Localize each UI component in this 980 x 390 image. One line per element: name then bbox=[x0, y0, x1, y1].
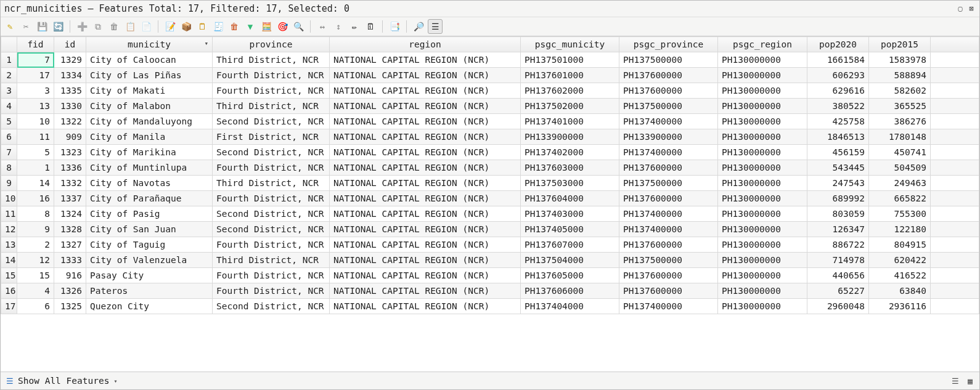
cell-pop2020[interactable]: 380522 bbox=[807, 99, 869, 114]
table-row[interactable]: 2171334City of Las PiñasFourth District,… bbox=[1, 68, 979, 83]
row-number-cell[interactable]: 5 bbox=[1, 114, 17, 129]
cell-fid[interactable]: 16 bbox=[17, 191, 54, 206]
cell-province[interactable]: Second District, NCR bbox=[213, 206, 330, 222]
cell-municity[interactable]: City of Valenzuela bbox=[86, 253, 213, 268]
row-number-cell[interactable]: 1 bbox=[1, 52, 17, 68]
column-header-id[interactable]: id bbox=[54, 37, 86, 52]
cell-psgc-province[interactable]: PH137400000 bbox=[619, 114, 718, 129]
cell-region[interactable]: NATIONAL CAPITAL REGION (NCR) bbox=[330, 206, 521, 222]
cell-province[interactable]: Fourth District, NCR bbox=[213, 160, 330, 176]
cell-psgc-province[interactable]: PH137600000 bbox=[619, 191, 718, 206]
cell-psgc-province[interactable]: PH137600000 bbox=[619, 83, 718, 99]
cell-psgc-municity[interactable]: PH137504000 bbox=[521, 253, 619, 268]
cell-pop2020[interactable]: 1661584 bbox=[807, 52, 869, 68]
cell-fid[interactable]: 4 bbox=[17, 283, 54, 299]
copy-features-icon[interactable]: 📋 bbox=[123, 20, 137, 33]
cell-psgc-province[interactable]: PH137600000 bbox=[619, 68, 718, 83]
row-number-cell[interactable]: 16 bbox=[1, 283, 17, 299]
cell-municity[interactable]: Pateros bbox=[86, 283, 213, 299]
cell-pop2015[interactable]: 386276 bbox=[869, 114, 931, 129]
cell-psgc-municity[interactable]: PH137604000 bbox=[521, 191, 619, 206]
cell-fid[interactable]: 12 bbox=[17, 253, 54, 268]
row-number-cell[interactable]: 15 bbox=[1, 268, 17, 283]
table-row[interactable]: 1761325Quezon CitySecond District, NCRNA… bbox=[1, 299, 979, 314]
row-number-cell[interactable]: 9 bbox=[1, 176, 17, 191]
cell-province[interactable]: Third District, NCR bbox=[213, 99, 330, 114]
actions-icon[interactable]: 🔎 bbox=[412, 20, 425, 33]
row-number-cell[interactable]: 7 bbox=[1, 145, 17, 160]
cell-psgc-province[interactable]: PH137500000 bbox=[619, 52, 718, 68]
cell-psgc-municity[interactable]: PH137602000 bbox=[521, 83, 619, 99]
cell-id[interactable]: 1322 bbox=[54, 114, 86, 129]
cell-region[interactable]: NATIONAL CAPITAL REGION (NCR) bbox=[330, 114, 521, 129]
cell-id[interactable]: 1325 bbox=[54, 299, 86, 314]
cell-psgc-region[interactable]: PH130000000 bbox=[718, 99, 807, 114]
cell-fid[interactable]: 5 bbox=[17, 145, 54, 160]
filter-mode-icon[interactable]: ☰ bbox=[4, 375, 15, 386]
cell-psgc-region[interactable]: PH130000000 bbox=[718, 283, 807, 299]
cell-municity[interactable]: City of Malabon bbox=[86, 99, 213, 114]
cell-fid[interactable]: 3 bbox=[17, 83, 54, 99]
row-number-header[interactable] bbox=[1, 37, 17, 52]
cell-fid[interactable]: 2 bbox=[17, 237, 54, 253]
maximize-icon[interactable]: ▢ bbox=[956, 4, 965, 13]
table-row[interactable]: 14121333City of ValenzuelaThird District… bbox=[1, 253, 979, 268]
cell-id[interactable]: 916 bbox=[54, 268, 86, 283]
cell-psgc-province[interactable]: PH137400000 bbox=[619, 206, 718, 222]
cell-id[interactable]: 1324 bbox=[54, 206, 86, 222]
cell-pop2020[interactable]: 629616 bbox=[807, 83, 869, 99]
cell-id[interactable]: 1334 bbox=[54, 68, 86, 83]
cell-municity[interactable]: Quezon City bbox=[86, 299, 213, 314]
invert-selection-icon[interactable]: 🗒 bbox=[195, 20, 209, 33]
table-view-icon[interactable]: ▦ bbox=[965, 375, 976, 386]
cell-psgc-region[interactable]: PH130000000 bbox=[718, 206, 807, 222]
paste-features-icon[interactable]: 📄 bbox=[139, 20, 153, 33]
cell-region[interactable]: NATIONAL CAPITAL REGION (NCR) bbox=[330, 222, 521, 237]
cell-municity[interactable]: City of Muntinlupa bbox=[86, 160, 213, 176]
cell-region[interactable]: NATIONAL CAPITAL REGION (NCR) bbox=[330, 191, 521, 206]
organize-columns-icon[interactable]: ✏ bbox=[348, 20, 361, 33]
cell-region[interactable]: NATIONAL CAPITAL REGION (NCR) bbox=[330, 176, 521, 191]
cell-region[interactable]: NATIONAL CAPITAL REGION (NCR) bbox=[330, 68, 521, 83]
cell-pop2020[interactable]: 543445 bbox=[807, 160, 869, 176]
cell-province[interactable]: Fourth District, NCR bbox=[213, 191, 330, 206]
cell-province[interactable]: Fourth District, NCR bbox=[213, 237, 330, 253]
cell-psgc-municity[interactable]: PH137606000 bbox=[521, 283, 619, 299]
cell-psgc-province[interactable]: PH137600000 bbox=[619, 237, 718, 253]
cell-municity[interactable]: City of Caloocan bbox=[86, 52, 213, 68]
cell-region[interactable]: NATIONAL CAPITAL REGION (NCR) bbox=[330, 268, 521, 283]
cell-pop2020[interactable]: 247543 bbox=[807, 176, 869, 191]
table-row[interactable]: 1515916Pasay CityFourth District, NCRNAT… bbox=[1, 268, 979, 283]
select-features-filter-icon[interactable]: ▼ bbox=[243, 20, 257, 33]
cell-municity[interactable]: Pasay City bbox=[86, 268, 213, 283]
cell-fid[interactable]: 17 bbox=[17, 68, 54, 83]
cell-region[interactable]: NATIONAL CAPITAL REGION (NCR) bbox=[330, 52, 521, 68]
cell-psgc-province[interactable]: PH137600000 bbox=[619, 283, 718, 299]
move-selection-top-icon[interactable]: 🧮 bbox=[259, 20, 273, 33]
cell-province[interactable]: First District, NCR bbox=[213, 129, 330, 145]
table-row[interactable]: 751323City of MarikinaSecond District, N… bbox=[1, 145, 979, 160]
toggle-editing-icon[interactable]: ✎ bbox=[3, 20, 17, 33]
cell-pop2020[interactable]: 1846513 bbox=[807, 129, 869, 145]
cell-psgc-province[interactable]: PH137500000 bbox=[619, 99, 718, 114]
cell-id[interactable]: 1328 bbox=[54, 222, 86, 237]
row-number-cell[interactable]: 17 bbox=[1, 299, 17, 314]
cell-psgc-region[interactable]: PH130000000 bbox=[718, 160, 807, 176]
column-header-fid[interactable]: fid bbox=[17, 37, 54, 52]
column-header-psgc-region[interactable]: psgc_region bbox=[718, 37, 807, 52]
cell-psgc-province[interactable]: PH137500000 bbox=[619, 253, 718, 268]
cell-id[interactable]: 1323 bbox=[54, 145, 86, 160]
table-row[interactable]: 9141332City of NavotasThird District, NC… bbox=[1, 176, 979, 191]
row-number-cell[interactable]: 14 bbox=[1, 253, 17, 268]
cell-psgc-municity[interactable]: PH137501000 bbox=[521, 52, 619, 68]
cell-region[interactable]: NATIONAL CAPITAL REGION (NCR) bbox=[330, 83, 521, 99]
column-header-pop2015[interactable]: pop2015 bbox=[869, 37, 931, 52]
cell-municity[interactable]: City of Navotas bbox=[86, 176, 213, 191]
filter-mode-label[interactable]: Show All Features bbox=[18, 376, 109, 386]
cell-pop2015[interactable]: 582602 bbox=[869, 83, 931, 99]
cell-fid[interactable]: 8 bbox=[17, 206, 54, 222]
cell-fid[interactable]: 7 bbox=[17, 52, 54, 68]
cell-id[interactable]: 1336 bbox=[54, 160, 86, 176]
cell-id[interactable]: 1332 bbox=[54, 176, 86, 191]
cell-pop2015[interactable]: 804915 bbox=[869, 237, 931, 253]
